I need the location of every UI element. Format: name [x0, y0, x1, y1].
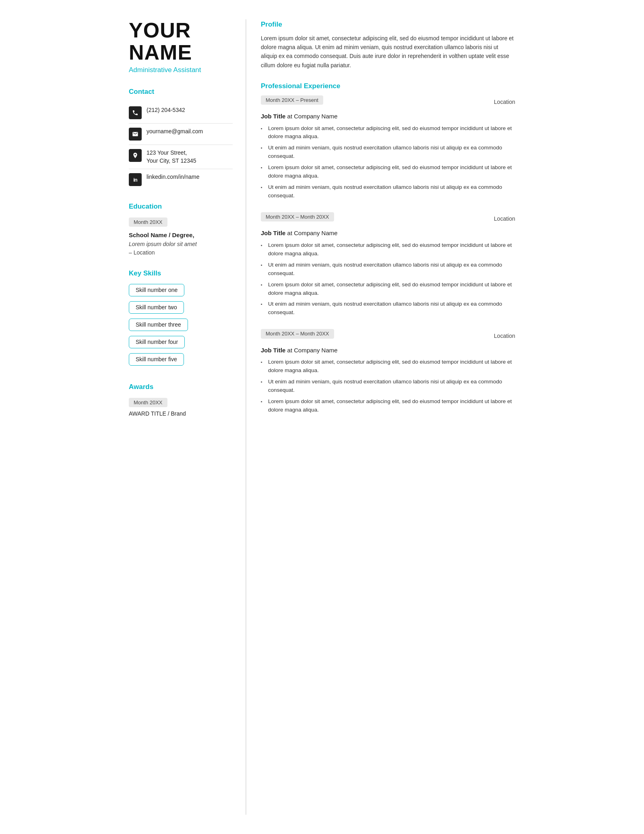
experience-entry: Month 20XX – Month 20XXLocationJob Title… — [261, 329, 515, 414]
exp-date-row: Month 20XX – Month 20XXLocation — [261, 329, 515, 343]
exp-job-title: Job Title at Company Name — [261, 112, 515, 121]
linkedin-text: linkedin.com/in/name — [147, 173, 200, 181]
contact-section-title: Contact — [129, 87, 233, 97]
job-title: Administrative Assistant — [129, 65, 233, 75]
education-section-title: Education — [129, 201, 233, 212]
exp-bullets: Lorem ipsum dolor sit amet, consectetur … — [261, 358, 515, 414]
exp-job-title: Job Title at Company Name — [261, 346, 515, 355]
list-item: (212) 204-5342 — [129, 102, 233, 124]
skill-badge: Skill number two — [129, 301, 184, 314]
email-text: yourname@gmail.com — [147, 128, 203, 136]
name-line1: YOUR — [129, 19, 233, 41]
contact-list: (212) 204-5342 yourname@gmail.com 123 Yo… — [129, 102, 233, 190]
exp-date-badge: Month 20XX – Month 20XX — [261, 329, 334, 339]
list-item: Ut enim ad minim veniam, quis nostrud ex… — [261, 261, 515, 278]
exp-date-row: Month 20XX – PresentLocation — [261, 95, 515, 109]
linkedin-icon: in — [129, 173, 142, 186]
exp-date-row: Month 20XX – Month 20XXLocation — [261, 212, 515, 226]
edu-major: Lorem ipsum dolor sit amet — [129, 240, 233, 248]
name-block: YOUR NAME Administrative Assistant — [129, 19, 233, 75]
list-item: yourname@gmail.com — [129, 124, 233, 145]
edu-date-badge: Month 20XX — [129, 217, 167, 227]
exp-date-badge: Month 20XX – Month 20XX — [261, 212, 334, 222]
award-title: AWARD TITLE / Brand — [129, 410, 233, 418]
phone-text: (212) 204-5342 — [147, 106, 185, 114]
list-item: Lorem ipsum dolor sit amet, consectetur … — [261, 358, 515, 375]
list-item: Lorem ipsum dolor sit amet, consectetur … — [261, 241, 515, 258]
exp-bullets: Lorem ipsum dolor sit amet, consectetur … — [261, 124, 515, 200]
list-item: Ut enim ad minim veniam, quis nostrud ex… — [261, 300, 515, 317]
edu-location: – Location — [129, 248, 233, 257]
experience-section: Professional Experience Month 20XX – Pre… — [261, 81, 515, 414]
exp-date-badge: Month 20XX – Present — [261, 95, 323, 105]
name-line2: NAME — [129, 41, 233, 64]
list-item: Ut enim ad minim veniam, quis nostrud ex… — [261, 378, 515, 395]
skills-section-title: Key Skills — [129, 268, 233, 279]
profile-text: Lorem ipsum dolor sit amet, consectetur … — [261, 34, 515, 70]
skill-badge: Skill number five — [129, 353, 184, 366]
list-item: 123 Your Street,Your City, ST 12345 — [129, 145, 233, 169]
list-item: Ut enim ad minim veniam, quis nostrud ex… — [261, 144, 515, 161]
list-item: Lorem ipsum dolor sit amet, consectetur … — [261, 163, 515, 180]
experience-entry: Month 20XX – PresentLocationJob Title at… — [261, 95, 515, 200]
skill-badge: Skill number one — [129, 284, 184, 296]
list-item: Ut enim ad minim veniam, quis nostrud ex… — [261, 183, 515, 200]
address-text: 123 Your Street,Your City, ST 12345 — [147, 149, 196, 165]
profile-title: Profile — [261, 19, 515, 30]
exp-section-title: Professional Experience — [261, 81, 515, 91]
skill-badge: Skill number four — [129, 336, 185, 348]
awards-section-title: Awards — [129, 382, 233, 392]
resume-page: YOUR NAME Administrative Assistant Conta… — [129, 0, 515, 834]
list-item: in linkedin.com/in/name — [129, 169, 233, 190]
list-item: Lorem ipsum dolor sit amet, consectetur … — [261, 397, 515, 414]
phone-icon — [129, 106, 142, 119]
skills-list: Skill number oneSkill number twoSkill nu… — [129, 284, 233, 370]
location-icon — [129, 149, 142, 162]
experience-entry: Month 20XX – Month 20XXLocationJob Title… — [261, 212, 515, 317]
exp-bullets: Lorem ipsum dolor sit amet, consectetur … — [261, 241, 515, 317]
profile-section: Profile Lorem ipsum dolor sit amet, cons… — [261, 19, 515, 70]
email-icon — [129, 128, 142, 141]
list-item: Lorem ipsum dolor sit amet, consectetur … — [261, 124, 515, 141]
left-column: YOUR NAME Administrative Assistant Conta… — [129, 19, 246, 815]
exp-location: Location — [494, 98, 515, 106]
exp-location: Location — [494, 215, 515, 223]
right-column: Profile Lorem ipsum dolor sit amet, cons… — [246, 19, 515, 815]
edu-school: School Name / Degree, — [129, 231, 233, 240]
list-item: Lorem ipsum dolor sit amet, consectetur … — [261, 281, 515, 298]
experience-list: Month 20XX – PresentLocationJob Title at… — [261, 95, 515, 414]
exp-location: Location — [494, 332, 515, 340]
exp-job-title: Job Title at Company Name — [261, 229, 515, 238]
skill-badge: Skill number three — [129, 319, 188, 331]
award-date-badge: Month 20XX — [129, 398, 167, 408]
